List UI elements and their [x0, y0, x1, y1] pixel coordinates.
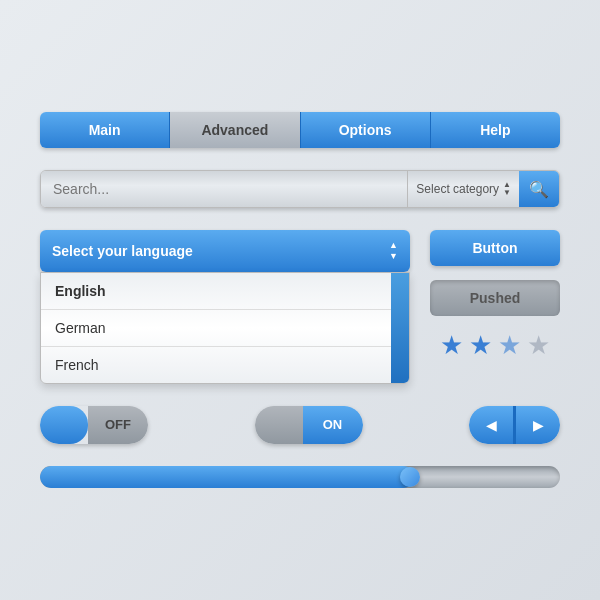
- search-button[interactable]: 🔍: [519, 171, 559, 207]
- dropdown-item-english[interactable]: English: [41, 273, 409, 310]
- search-category-label: Select category: [416, 182, 499, 196]
- search-icon: 🔍: [529, 180, 549, 199]
- toggle-on-left: [255, 406, 303, 444]
- arrow-right-icon: ▶: [533, 417, 544, 433]
- language-select-button[interactable]: Select your language ▲ ▼: [40, 230, 410, 272]
- search-category-selector[interactable]: Select category ▲ ▼: [407, 171, 519, 207]
- star-rating: ★ ★ ★ ★: [430, 330, 560, 361]
- pushed-button[interactable]: Pushed: [430, 280, 560, 316]
- blue-button[interactable]: Button: [430, 230, 560, 266]
- toggle-off[interactable]: OFF: [40, 406, 148, 444]
- star-1[interactable]: ★: [440, 330, 463, 361]
- arrow-right-button[interactable]: ▶: [516, 406, 560, 444]
- search-bar: Select category ▲ ▼ 🔍: [40, 170, 560, 208]
- progress-bar-fill: [40, 466, 414, 488]
- nav-item-advanced[interactable]: Advanced: [170, 112, 300, 148]
- category-arrows-icon: ▲ ▼: [503, 181, 511, 197]
- language-select-wrapper: Select your language ▲ ▼ English German …: [40, 230, 410, 384]
- star-4[interactable]: ★: [527, 330, 550, 361]
- navigation-arrows: ◀ ▶: [469, 406, 560, 444]
- nav-item-help[interactable]: Help: [431, 112, 560, 148]
- lang-btn-row: Select your language ▲ ▼ English German …: [40, 230, 560, 384]
- nav-item-options[interactable]: Options: [301, 112, 431, 148]
- star-2[interactable]: ★: [469, 330, 492, 361]
- language-dropdown: English German French: [40, 272, 410, 384]
- search-input[interactable]: [41, 171, 407, 207]
- toggle-on-label: ON: [303, 406, 363, 444]
- star-3[interactable]: ★: [498, 330, 521, 361]
- nav-bar: Main Advanced Options Help: [40, 112, 560, 148]
- dropdown-item-french[interactable]: French: [41, 347, 409, 383]
- main-container: Main Advanced Options Help Select catego…: [40, 112, 560, 488]
- toggles-row: OFF ON ◀ ▶: [40, 406, 560, 444]
- nav-item-main[interactable]: Main: [40, 112, 170, 148]
- toggle-on[interactable]: ON: [255, 406, 363, 444]
- arrow-left-icon: ◀: [486, 417, 497, 433]
- language-arrows-icon: ▲ ▼: [389, 240, 398, 262]
- language-select-label: Select your language: [52, 243, 193, 259]
- progress-handle[interactable]: [400, 467, 420, 487]
- toggle-off-left: [40, 406, 88, 444]
- progress-bar-track[interactable]: [40, 466, 560, 488]
- right-buttons-panel: Button Pushed ★ ★ ★ ★: [430, 230, 560, 361]
- toggle-off-label: OFF: [88, 406, 148, 444]
- dropdown-item-german[interactable]: German: [41, 310, 409, 347]
- arrow-left-button[interactable]: ◀: [469, 406, 513, 444]
